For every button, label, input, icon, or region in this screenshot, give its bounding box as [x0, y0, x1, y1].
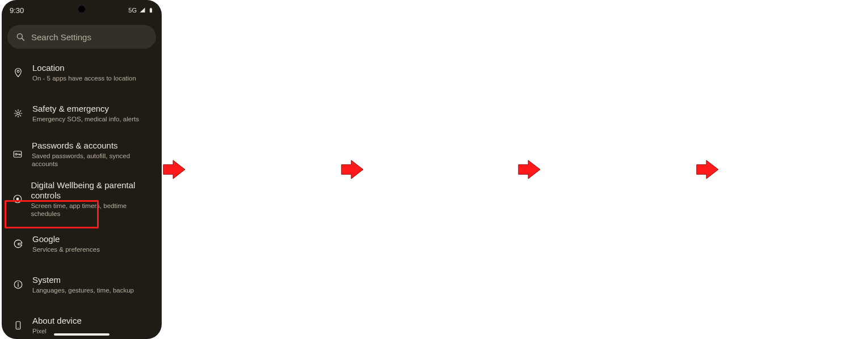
battery-icon: [148, 7, 154, 14]
settings-item-safety[interactable]: Safety & emergency Emergency SOS, medica…: [2, 93, 162, 134]
settings-item-system[interactable]: System Languages, gestures, time, backup: [2, 264, 162, 305]
status-network-label: 5G: [128, 7, 137, 14]
emergency-icon: [12, 108, 24, 118]
search-placeholder: Search Settings: [31, 32, 91, 42]
settings-item-subtitle: Screen time, app timers, bedtime schedul…: [31, 202, 151, 218]
search-icon: [15, 32, 26, 42]
settings-item-subtitle: Saved passwords, autofill, synced accoun…: [32, 152, 151, 168]
settings-item-title: Safety & emergency: [32, 104, 139, 114]
step-arrow-icon: [340, 159, 364, 180]
camera-notch-icon: [78, 6, 85, 12]
status-time: 9:30: [10, 6, 24, 15]
step-arrow-icon: [696, 159, 719, 180]
location-icon: [12, 67, 24, 78]
signal-icon: [139, 7, 146, 14]
settings-item-title: Google: [32, 234, 100, 244]
step-arrow-icon: [517, 159, 541, 180]
device-icon: [12, 320, 24, 330]
search-settings-input[interactable]: Search Settings: [7, 25, 156, 49]
settings-item-wellbeing[interactable]: Digital Wellbeing & parental controls Sc…: [2, 175, 162, 223]
key-icon: [12, 149, 24, 159]
wellbeing-icon: [12, 194, 23, 204]
info-icon: [12, 279, 24, 290]
google-icon: [12, 239, 24, 249]
settings-item-title: System: [32, 275, 134, 285]
settings-item-passwords[interactable]: Passwords & accounts Saved passwords, au…: [2, 134, 162, 175]
settings-item-title: About device: [32, 316, 82, 326]
settings-item-location[interactable]: Location On - 5 apps have access to loca…: [2, 52, 162, 93]
settings-item-title: Passwords & accounts: [32, 141, 151, 151]
settings-item-subtitle: Languages, gestures, time, backup: [32, 286, 134, 294]
settings-item-title: Digital Wellbeing & parental controls: [31, 180, 151, 201]
settings-item-subtitle: On - 5 apps have access to location: [32, 74, 136, 82]
settings-item-subtitle: Emergency SOS, medical info, alerts: [32, 115, 139, 123]
settings-item-subtitle: Services & preferences: [32, 245, 100, 253]
navigation-handle[interactable]: [54, 333, 109, 336]
step-arrow-icon: [162, 159, 186, 180]
screen-settings: 9:30 5G Search Settings Location On - 5 …: [2, 0, 162, 339]
settings-item-google[interactable]: Google Services & preferences: [2, 223, 162, 264]
settings-item-title: Location: [32, 63, 136, 73]
